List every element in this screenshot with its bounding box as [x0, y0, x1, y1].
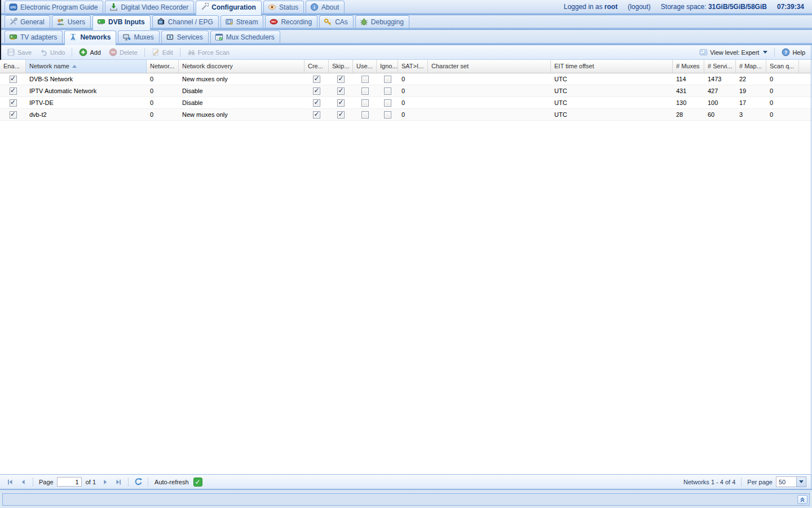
auto-refresh-checkbox[interactable]: ✓ [193, 478, 202, 487]
view-level-button[interactable]: View level: Expert [696, 47, 771, 58]
delete-button[interactable]: Delete [105, 47, 141, 58]
expand-panel-button[interactable] [797, 495, 807, 504]
tab-about[interactable]: i About [306, 1, 345, 13]
skip-checkbox[interactable] [337, 99, 345, 107]
tab-status[interactable]: Status [263, 1, 304, 13]
force-scan-button[interactable]: Force Scan [184, 47, 233, 58]
undo-button[interactable]: Undo [36, 47, 68, 58]
refresh-button[interactable] [133, 476, 144, 488]
eye-icon [268, 3, 276, 11]
enabled-checkbox[interactable] [10, 76, 17, 83]
save-icon [7, 48, 15, 56]
pci-card-icon [9, 33, 17, 41]
tab-configuration[interactable]: Configuration [196, 1, 262, 15]
bug-icon [360, 17, 368, 26]
epg-icon: EPG [9, 3, 17, 11]
double-chevron-up-icon [799, 496, 806, 503]
scan-queue-cell: 0 [766, 85, 799, 97]
edit-button[interactable]: Edit [148, 47, 176, 58]
column-header-skip[interactable]: Skip... [329, 60, 353, 73]
logout-link[interactable]: (logout) [628, 3, 651, 11]
tab-channel-epg[interactable]: Channel / EPG [152, 15, 219, 28]
column-header-network-name[interactable]: Network name [26, 60, 147, 73]
page-number-input[interactable] [57, 477, 82, 487]
column-label: Network name [29, 63, 69, 69]
enabled-checkbox[interactable] [10, 99, 17, 107]
enabled-checkbox[interactable] [10, 111, 17, 119]
column-header-num-muxes[interactable]: # Muxes [673, 60, 704, 73]
use-checkbox[interactable] [361, 76, 369, 83]
tab-users[interactable]: Users [52, 15, 91, 28]
tab-stream[interactable]: Stream [220, 15, 264, 28]
column-header-create[interactable]: Cre... [304, 60, 329, 73]
column-header-satip[interactable]: SAT>I... [398, 60, 428, 73]
add-label: Add [90, 49, 101, 56]
column-header-use[interactable]: Use... [353, 60, 377, 73]
column-header-num-services[interactable]: # Servi... [704, 60, 736, 73]
per-page-dropdown-button[interactable] [796, 476, 806, 487]
network-row[interactable]: DVB-S Network 0 New muxes only 0 UTC 114… [0, 73, 812, 85]
column-header-num-mapped[interactable]: # Map... [736, 60, 766, 73]
create-checkbox[interactable] [313, 111, 320, 119]
column-header-enabled[interactable]: Ena... [0, 60, 26, 73]
window-left-edge [0, 0, 1, 60]
ignore-checkbox[interactable] [384, 87, 391, 95]
tab-services[interactable]: Services [161, 30, 209, 43]
add-button[interactable]: Add [76, 47, 104, 58]
ignore-checkbox[interactable] [384, 111, 391, 119]
services-count-cell: 427 [704, 85, 736, 97]
ignore-checkbox[interactable] [384, 76, 391, 83]
per-page-select[interactable]: 50 [776, 476, 806, 487]
create-checkbox[interactable] [313, 76, 320, 83]
tab-mux-schedulers[interactable]: Mux Schedulers [210, 30, 280, 43]
tab-debugging[interactable]: Debugging [355, 15, 409, 28]
enabled-checkbox[interactable] [10, 87, 17, 95]
network-row[interactable]: IPTV Automatic Network 0 Disable 0 UTC 4… [0, 85, 812, 97]
first-page-button[interactable] [5, 476, 16, 488]
next-page-button[interactable] [100, 476, 111, 488]
tab-digital-video-recorder[interactable]: Digital Video Recorder [105, 1, 194, 13]
column-header-character-set[interactable]: Character set [428, 60, 551, 73]
mapped-count-cell: 19 [736, 85, 766, 97]
tab-label: Status [279, 3, 298, 11]
tab-dvb-inputs[interactable]: DVB Inputs [92, 15, 151, 30]
create-checkbox[interactable] [313, 99, 320, 107]
tab-networks[interactable]: Networks [64, 30, 116, 45]
use-checkbox[interactable] [361, 87, 369, 95]
rec-icon: REC [270, 17, 278, 26]
network-row[interactable]: IPTV-DE 0 Disable 0 UTC 130 100 17 0 [0, 97, 812, 109]
tab-label: TV adapters [20, 33, 57, 41]
grid-empty-area [0, 121, 811, 474]
eit-offset-cell: UTC [551, 73, 673, 85]
tab-recording[interactable]: REC Recording [265, 15, 317, 28]
help-button[interactable]: ? Help [778, 47, 809, 58]
use-checkbox[interactable] [361, 99, 369, 107]
network-discovery-cell: New muxes only [179, 73, 304, 85]
prev-page-button[interactable] [17, 476, 29, 488]
tab-cas[interactable]: CAs [319, 15, 354, 28]
last-page-button[interactable] [113, 476, 124, 488]
create-checkbox[interactable] [313, 87, 320, 95]
skip-checkbox[interactable] [337, 87, 345, 95]
ignore-checkbox[interactable] [384, 99, 391, 107]
column-header-network-discovery[interactable]: Network discovery [179, 60, 304, 73]
svg-text:?: ? [784, 50, 787, 55]
tab-muxes[interactable]: Muxes [118, 30, 159, 43]
services-count-cell: 100 [704, 97, 736, 108]
column-header-eit-time-offset[interactable]: EIT time offset [551, 60, 673, 73]
column-header-ignore[interactable]: Igno... [377, 60, 398, 73]
antenna-icon [69, 33, 77, 41]
muxes-count-cell: 431 [673, 85, 704, 97]
network-row[interactable]: dvb-t2 0 New muxes only 0 UTC 28 60 3 0 [0, 109, 812, 121]
column-header-scan-queue[interactable]: Scan q... [766, 60, 799, 73]
network-id-cell: 0 [147, 97, 179, 108]
save-button[interactable]: Save [3, 47, 35, 58]
tab-electronic-program-guide[interactable]: EPG Electronic Program Guide [5, 1, 103, 13]
column-header-network-id[interactable]: Networ... [147, 60, 179, 73]
tab-general[interactable]: General [5, 15, 50, 28]
use-checkbox[interactable] [361, 111, 369, 119]
tab-label: Recording [281, 18, 312, 26]
tab-tv-adapters[interactable]: TV adapters [5, 30, 63, 43]
skip-checkbox[interactable] [337, 111, 345, 119]
skip-checkbox[interactable] [337, 76, 345, 83]
